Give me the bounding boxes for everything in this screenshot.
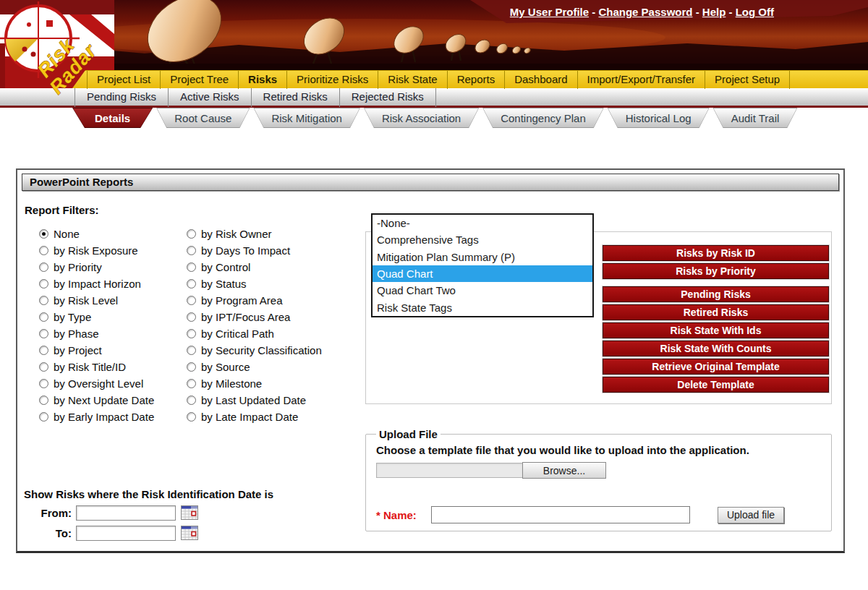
filter-option-by-type[interactable]: by Type <box>39 309 154 325</box>
subnav-item-pending-risks[interactable]: Pending Risks <box>75 87 169 107</box>
filter-option-by-phase[interactable]: by Phase <box>39 325 154 342</box>
filter-option-by-oversight-level[interactable]: by Oversight Level <box>39 375 154 392</box>
filter-option-by-security-classification[interactable]: by Security Classification <box>187 342 322 359</box>
radio-label: by Status <box>201 278 247 290</box>
tab-label: Risk Association <box>382 112 461 124</box>
action-pending-risks[interactable]: Pending Risks <box>603 286 829 302</box>
action-risks-by-priority[interactable]: Risks by Priority <box>603 263 829 279</box>
radio-label: by Program Area <box>201 294 283 307</box>
filter-option-by-impact-horizon[interactable]: by Impact Horizon <box>39 275 154 292</box>
filter-option-by-critical-path[interactable]: by Critical Path <box>187 325 322 342</box>
filter-option-none[interactable]: None <box>39 226 154 242</box>
nav-item-prioritize-risks[interactable]: Prioritize Risks <box>287 71 378 89</box>
filter-option-by-control[interactable]: by Control <box>187 259 322 275</box>
link-separator: - <box>589 6 598 18</box>
tab-face: Audit Trail <box>714 108 797 127</box>
tab-risk-mitigation[interactable]: Risk Mitigation <box>253 108 360 128</box>
filter-option-by-source[interactable]: by Source <box>187 359 322 375</box>
radio-label: by Days To Impact <box>201 244 290 257</box>
upload-instruction: Choose a template file that you would li… <box>376 444 822 456</box>
filter-radio-column-1: Noneby Risk Exposureby Priorityby Impact… <box>39 226 154 425</box>
action-risk-state-with-counts[interactable]: Risk State With Counts <box>603 341 829 356</box>
user-link-help[interactable]: Help <box>702 6 726 18</box>
radio-label: by Next Update Date <box>54 394 154 406</box>
radio-label: by Impact Horizon <box>54 278 141 290</box>
listbox-option-quad-chart[interactable]: Quad Chart <box>373 265 592 282</box>
filter-option-by-early-impact-date[interactable]: by Early Impact Date <box>39 409 154 425</box>
filter-option-by-risk-level[interactable]: by Risk Level <box>39 292 154 309</box>
radio-icon <box>187 279 196 288</box>
filter-option-by-risk-exposure[interactable]: by Risk Exposure <box>39 242 154 259</box>
file-row: Browse... <box>376 462 822 479</box>
radio-icon <box>187 346 196 355</box>
listbox-option-risk-state-tags[interactable]: Risk State Tags <box>373 299 592 316</box>
listbox-option-none[interactable]: -None- <box>373 215 592 231</box>
from-label: From: <box>24 507 76 519</box>
user-link-change-password[interactable]: Change Password <box>598 6 692 18</box>
listbox-option-quad-chart-two[interactable]: Quad Chart Two <box>373 282 592 299</box>
tab-contingency-plan[interactable]: Contingency Plan <box>482 108 604 128</box>
main-nav: Project ListProject TreeRisksPrioritize … <box>0 70 868 88</box>
filter-option-by-days-to-impact[interactable]: by Days To Impact <box>187 242 322 259</box>
action-retrieve-original-template[interactable]: Retrieve Original Template <box>603 359 829 375</box>
listbox-option-mitigation-plan-summary-p[interactable]: Mitigation Plan Summary (P) <box>373 249 592 265</box>
listbox-option-comprehensive-tags[interactable]: Comprehensive Tags <box>373 231 592 248</box>
from-date-row: From: <box>24 505 273 521</box>
nav-item-import-export-transfer[interactable]: Import/Export/Transfer <box>578 71 706 89</box>
from-calendar-button[interactable] <box>180 505 199 521</box>
tab-historical-log[interactable]: Historical Log <box>608 108 710 128</box>
radio-icon <box>39 412 48 422</box>
subnav-item-active-risks[interactable]: Active Risks <box>169 87 252 107</box>
radio-icon <box>39 329 48 338</box>
action-delete-template[interactable]: Delete Template <box>603 377 829 393</box>
risk-id-date-heading: Show Risks where the Risk Identification… <box>24 488 273 500</box>
filter-option-by-priority[interactable]: by Priority <box>39 259 154 275</box>
to-label: To: <box>24 527 76 539</box>
radio-icon <box>39 312 48 322</box>
action-retired-risks[interactable]: Retired Risks <box>603 304 829 320</box>
nav-item-risk-state[interactable]: Risk State <box>378 71 447 89</box>
filter-option-by-next-update-date[interactable]: by Next Update Date <box>39 392 154 409</box>
filter-option-by-program-area[interactable]: by Program Area <box>187 292 322 309</box>
from-date-input[interactable] <box>76 505 176 521</box>
filter-option-by-risk-owner[interactable]: by Risk Owner <box>187 226 322 242</box>
user-link-log-off[interactable]: Log Off <box>736 6 774 18</box>
radio-icon <box>187 379 196 388</box>
template-name-input[interactable] <box>431 506 690 523</box>
subnav-item-retired-risks[interactable]: Retired Risks <box>252 87 340 107</box>
nav-item-reports[interactable]: Reports <box>448 71 506 89</box>
to-date-input[interactable] <box>76 526 176 541</box>
filter-option-by-last-updated-date[interactable]: by Last Updated Date <box>187 392 322 409</box>
filter-option-by-risk-title-id[interactable]: by Risk Title/ID <box>39 359 154 375</box>
name-required-label: * Name: <box>376 509 431 521</box>
to-calendar-button[interactable] <box>180 526 199 541</box>
upload-file-button[interactable]: Upload file <box>718 507 784 523</box>
name-row: * Name: Upload file <box>376 506 822 523</box>
filter-option-by-late-impact-date[interactable]: by Late Impact Date <box>187 409 322 425</box>
user-link-my-user-profile[interactable]: My User Profile <box>510 6 589 18</box>
action-risk-state-with-ids[interactable]: Risk State With Ids <box>603 322 829 338</box>
tab-audit-trail[interactable]: Audit Trail <box>713 108 798 128</box>
radio-icon <box>187 312 196 322</box>
nav-item-project-setup[interactable]: Project Setup <box>705 71 790 89</box>
nav-item-project-tree[interactable]: Project Tree <box>161 71 239 89</box>
nav-item-project-list[interactable]: Project List <box>87 71 161 89</box>
action-risks-by-risk-id[interactable]: Risks by Risk ID <box>603 245 829 261</box>
filter-option-by-status[interactable]: by Status <box>187 275 322 292</box>
tab-root-cause[interactable]: Root Cause <box>156 108 250 128</box>
tab-risk-association[interactable]: Risk Association <box>364 108 479 128</box>
radio-icon <box>39 362 48 372</box>
file-path-field[interactable] <box>376 463 522 478</box>
filter-option-by-ipt-focus-area[interactable]: by IPT/Focus Area <box>187 309 322 325</box>
subnav-item-rejected-risks[interactable]: Rejected Risks <box>340 87 436 107</box>
radio-icon <box>39 379 48 388</box>
tab-details[interactable]: Details <box>72 108 153 128</box>
risk-id-date-section: Show Risks where the Risk Identification… <box>24 488 273 541</box>
filter-option-by-milestone[interactable]: by Milestone <box>187 375 322 392</box>
nav-item-risks[interactable]: Risks <box>239 71 287 89</box>
filter-option-by-project[interactable]: by Project <box>39 342 154 359</box>
tab-face: Risk Mitigation <box>254 108 359 127</box>
risk-state-nav: Pending RisksActive RisksRetired RisksRe… <box>0 88 868 108</box>
browse-button[interactable]: Browse... <box>522 462 606 479</box>
nav-item-dashboard[interactable]: Dashboard <box>505 71 577 89</box>
